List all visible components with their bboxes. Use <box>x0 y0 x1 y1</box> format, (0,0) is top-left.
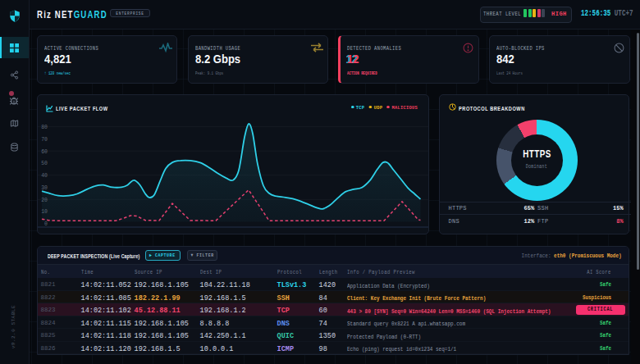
svg-text:10: 10 <box>41 209 48 215</box>
svg-text:80: 80 <box>41 125 48 130</box>
svg-text:20: 20 <box>41 198 48 203</box>
svg-text:50: 50 <box>41 161 48 166</box>
svg-text:40: 40 <box>41 173 48 179</box>
svg-text:60: 60 <box>41 149 48 155</box>
svg-text:0: 0 <box>44 221 48 227</box>
svg-text:70: 70 <box>41 137 48 143</box>
svg-text:30: 30 <box>41 185 48 191</box>
